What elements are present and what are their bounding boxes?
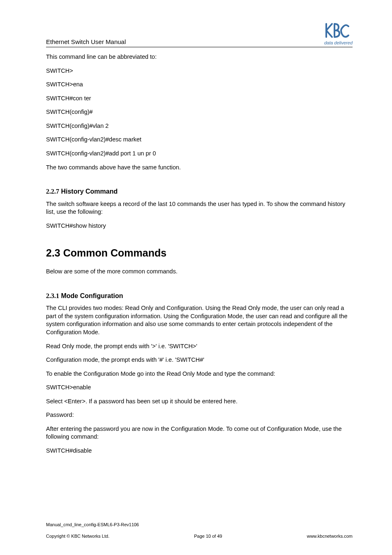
paragraph: Password:	[46, 411, 353, 419]
footer-copyright: Copyright © KBC Networks Ltd.	[46, 534, 109, 539]
page-footer: Manual_cmd_line_config-ESML6-P3-Rev1106 …	[46, 522, 353, 539]
paragraph: Below are some of the more common comman…	[46, 268, 353, 276]
paragraph: Read Only mode, the prompt ends with '>'…	[46, 342, 353, 351]
page-header: Ethernet Switch User Manual data deliver…	[46, 21, 353, 47]
footer-page-number: Page 10 of 49	[194, 534, 222, 539]
cli-line: SWITCH#show history	[46, 222, 353, 230]
paragraph: Configuration mode, the prompt ends with…	[46, 356, 353, 364]
paragraph: The switch software keeps a record of th…	[46, 200, 353, 216]
footer-url: www.kbcnetworks.com	[307, 534, 353, 539]
section-heading-23: 2.3 Common Commands	[46, 246, 353, 260]
paragraph: To enable the Configuration Mode go into…	[46, 370, 353, 378]
note-text: The two commands above have the same fun…	[46, 164, 353, 172]
cli-line: SWITCH(config)#	[46, 108, 353, 116]
header-title: Ethernet Switch User Manual	[46, 38, 126, 45]
footer-doc-id: Manual_cmd_line_config-ESML6-P3-Rev1106	[46, 522, 353, 527]
section-title: History Command	[59, 188, 118, 195]
logo-tagline: data delivered	[324, 40, 353, 45]
cli-line: SWITCH(config)#vlan 2	[46, 122, 353, 130]
paragraph: The CLI provides two modes: Read Only an…	[46, 304, 353, 336]
section-heading-227: 2.2.7 History Command	[46, 187, 353, 196]
section-number: 2.3.1	[46, 292, 59, 299]
kbc-logo-icon	[325, 21, 352, 39]
document-body: This command line can be abbreviated to:…	[46, 53, 353, 455]
cli-line: SWITCH(config-vlan2)#desc market	[46, 136, 353, 144]
cli-line: SWITCH#con ter	[46, 95, 353, 103]
cli-line: SWITCH>enable	[46, 384, 353, 392]
section-heading-231: 2.3.1 Mode Configuration	[46, 291, 353, 301]
cli-line: SWITCH(config-vlan2)#add port 1 un pr 0	[46, 150, 353, 158]
kbc-logo: data delivered	[324, 21, 353, 45]
paragraph: After entering the password you are now …	[46, 425, 353, 441]
paragraph: Select <Enter>. If a password has been s…	[46, 398, 353, 406]
cli-line: SWITCH>	[46, 67, 353, 75]
cli-line: SWITCH>ena	[46, 81, 353, 89]
section-title: Mode Configuration	[59, 292, 123, 299]
intro-text: This command line can be abbreviated to:	[46, 53, 353, 61]
cli-line: SWITCH#disable	[46, 447, 353, 455]
section-number: 2.2.7	[46, 188, 59, 195]
